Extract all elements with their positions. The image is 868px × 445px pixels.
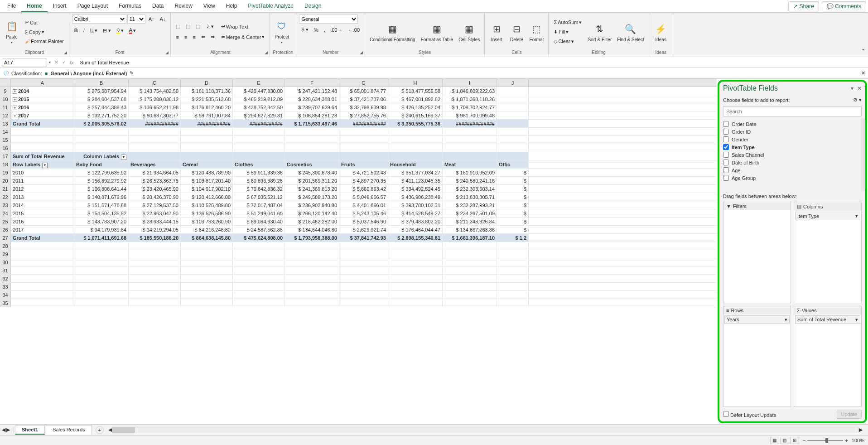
cell[interactable]: Sum of Total Revenue: [11, 152, 74, 160]
cell[interactable]: [497, 242, 529, 250]
cell[interactable]: [129, 275, 181, 282]
cell[interactable]: $ 351,377,034.27: [388, 169, 443, 176]
cell[interactable]: $ 411,123,045.35: [388, 177, 443, 184]
align-middle-button[interactable]: ⬚: [183, 22, 193, 31]
row-header[interactable]: 35: [0, 299, 11, 307]
cell[interactable]: [388, 136, 443, 144]
cell[interactable]: $ 28,933,444.15: [129, 218, 181, 225]
protect-button[interactable]: 🛡 Protect▾: [273, 18, 291, 45]
cell[interactable]: [388, 250, 443, 258]
comma-button[interactable]: ,: [321, 26, 327, 34]
cell[interactable]: ############: [339, 120, 388, 127]
cell[interactable]: [129, 242, 181, 250]
row-header[interactable]: 28: [0, 242, 11, 250]
cell[interactable]: Cereal: [181, 160, 233, 168]
cell[interactable]: [388, 242, 443, 250]
field-date-of-birth[interactable]: Date of Birth: [723, 159, 857, 166]
cell[interactable]: $ 60,896,389.28: [233, 177, 285, 184]
cell[interactable]: [443, 275, 497, 282]
close-classification-button[interactable]: ✕: [861, 70, 865, 76]
delete-cells-button[interactable]: ⊟Delete: [507, 21, 526, 43]
cell[interactable]: [497, 136, 529, 144]
ideas-button[interactable]: ⚡Ideas: [652, 21, 670, 43]
sheet-nav-prev[interactable]: ◀: [2, 427, 5, 433]
font-color-button[interactable]: A ▾: [127, 26, 138, 35]
cell[interactable]: [233, 144, 285, 152]
field-sales-channel[interactable]: Sales Channel: [723, 151, 857, 159]
column-header-C[interactable]: C: [129, 79, 181, 87]
cell[interactable]: $: [497, 209, 529, 217]
cell[interactable]: [339, 152, 388, 160]
row-header[interactable]: 12: [0, 111, 11, 119]
cell[interactable]: 2013: [11, 193, 74, 201]
expand-icon[interactable]: +: [13, 114, 17, 118]
menu-review[interactable]: Review: [169, 0, 198, 12]
cell[interactable]: [129, 250, 181, 258]
cell[interactable]: [443, 291, 497, 299]
defer-layout-checkbox[interactable]: Defer Layout Update: [723, 411, 776, 418]
row-header[interactable]: 11: [0, 103, 11, 111]
align-left-button[interactable]: ≡: [174, 33, 181, 41]
menu-formulas[interactable]: Formulas: [113, 0, 147, 12]
cell[interactable]: $: [497, 185, 529, 193]
row-header[interactable]: 29: [0, 250, 11, 258]
cell[interactable]: [11, 283, 74, 290]
edit-classification-icon[interactable]: ✎: [130, 70, 134, 76]
cell[interactable]: 2017: [11, 226, 74, 233]
cell[interactable]: $ 59,911,339.36: [233, 169, 285, 176]
cell[interactable]: $ 156,892,279.92: [74, 177, 129, 184]
cell[interactable]: [497, 275, 529, 282]
cell[interactable]: $ 136,652,211.98: [129, 103, 181, 111]
cell[interactable]: [497, 120, 529, 127]
cell[interactable]: [497, 87, 529, 95]
expand-icon[interactable]: +: [13, 89, 17, 94]
menu-file[interactable]: File: [2, 0, 21, 12]
menu-help[interactable]: Help: [221, 0, 243, 12]
cell[interactable]: $ 294,627,829.31: [233, 111, 285, 119]
cell[interactable]: 2016: [11, 218, 74, 225]
grow-font-button[interactable]: A↑: [146, 15, 157, 23]
cell[interactable]: ############: [129, 120, 181, 127]
cell[interactable]: [129, 152, 181, 160]
cell[interactable]: $ 201,569,311.20: [285, 177, 339, 184]
cell[interactable]: $ 228,634,388.01: [285, 95, 339, 103]
cell[interactable]: $ 4,401,866.01: [339, 201, 388, 209]
cell[interactable]: $ 24,587,562.88: [233, 226, 285, 233]
row-header[interactable]: 16: [0, 144, 11, 152]
row-header[interactable]: 15: [0, 136, 11, 144]
area-item-columns[interactable]: Item Type▾: [795, 212, 860, 220]
cell[interactable]: [181, 128, 233, 135]
cell[interactable]: [181, 152, 233, 160]
cell[interactable]: +2017: [11, 111, 74, 119]
cell[interactable]: [443, 152, 497, 160]
cell[interactable]: Grand Total: [11, 120, 74, 127]
cell[interactable]: [339, 299, 388, 307]
cell[interactable]: $ 154,504,135.52: [74, 209, 129, 217]
column-header-D[interactable]: D: [181, 79, 233, 87]
cell[interactable]: Column Labels▾: [74, 152, 129, 160]
cell[interactable]: [74, 291, 129, 299]
horizontal-scrollbar[interactable]: ◀ ▶: [108, 427, 863, 433]
cell[interactable]: $ 67,035,521.12: [233, 193, 285, 201]
cell[interactable]: ############: [233, 120, 285, 127]
column-header-E[interactable]: E: [233, 79, 285, 87]
cell[interactable]: [388, 144, 443, 152]
cell[interactable]: Grand Total: [11, 234, 74, 242]
cell[interactable]: [74, 136, 129, 144]
cell[interactable]: [443, 299, 497, 307]
find-select-button[interactable]: 🔍Find & Select: [615, 21, 646, 43]
row-filter-button[interactable]: ▾: [42, 163, 48, 168]
cell[interactable]: [388, 275, 443, 282]
cell[interactable]: $ 1,071,411,691.68: [74, 234, 129, 242]
cell[interactable]: $ 240,580,241.16: [443, 177, 497, 184]
cell[interactable]: [285, 144, 339, 152]
cell[interactable]: [74, 299, 129, 307]
cell[interactable]: [233, 152, 285, 160]
cell[interactable]: $ 414,528,549.27: [388, 209, 443, 217]
cell[interactable]: ############: [181, 120, 233, 127]
row-header[interactable]: 23: [0, 201, 11, 209]
row-header[interactable]: 13: [0, 120, 11, 127]
cell[interactable]: $ 103,817,201.40: [181, 177, 233, 184]
align-top-button[interactable]: ⬚: [174, 22, 183, 31]
cell[interactable]: [388, 152, 443, 160]
